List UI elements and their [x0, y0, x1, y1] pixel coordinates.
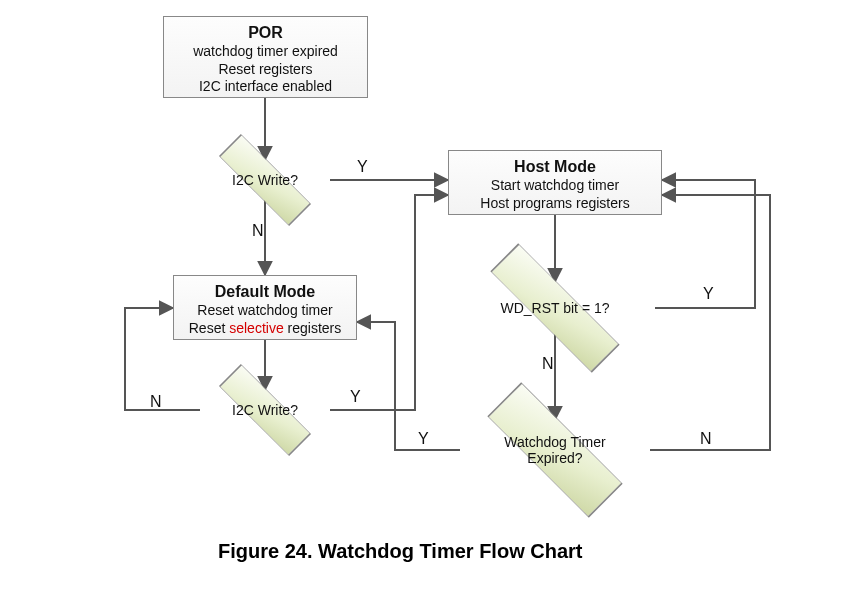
edge-label-wdrst-n: N	[542, 355, 554, 373]
node-i2c-write-top-label: I2C Write?	[232, 172, 298, 188]
edge-label-i2c-top-y: Y	[357, 158, 368, 176]
flowchart-connectors	[0, 0, 865, 604]
node-por-title: POR	[172, 23, 359, 43]
node-default-mode-title: Default Mode	[182, 282, 348, 302]
edge-label-i2c-top-n: N	[252, 222, 264, 240]
node-host-mode-line1: Start watchdog timer	[457, 177, 653, 195]
node-default-mode-line2-c: registers	[284, 320, 342, 336]
node-default-mode-line2: Reset selective registers	[182, 320, 348, 338]
node-wd-rst-label: WD_RST bit = 1?	[500, 300, 609, 316]
node-default-mode-line2-b: selective	[229, 320, 283, 336]
figure-caption: Figure 24. Watchdog Timer Flow Chart	[218, 540, 582, 563]
node-default-mode-line2-a: Reset	[189, 320, 229, 336]
node-por-line1: watchdog timer expired	[172, 43, 359, 61]
node-default-mode-line1: Reset watchdog timer	[182, 302, 348, 320]
node-host-mode: Host Mode Start watchdog timer Host prog…	[448, 150, 662, 215]
edge-label-i2c-bottom-n: N	[150, 393, 162, 411]
node-por-line2: Reset registers	[172, 61, 359, 79]
edge-label-wdexp-n: N	[700, 430, 712, 448]
node-i2c-write-bottom-label: I2C Write?	[232, 402, 298, 418]
edge-label-wdrst-y: Y	[703, 285, 714, 303]
edge-label-i2c-bottom-y: Y	[350, 388, 361, 406]
node-host-mode-title: Host Mode	[457, 157, 653, 177]
node-wd-expired-label: Watchdog Timer Expired?	[504, 434, 605, 466]
node-por-line3: I2C interface enabled	[172, 78, 359, 96]
node-host-mode-line2: Host programs registers	[457, 195, 653, 213]
node-por: POR watchdog timer expired Reset registe…	[163, 16, 368, 98]
edge-label-wdexp-y: Y	[418, 430, 429, 448]
node-default-mode: Default Mode Reset watchdog timer Reset …	[173, 275, 357, 340]
